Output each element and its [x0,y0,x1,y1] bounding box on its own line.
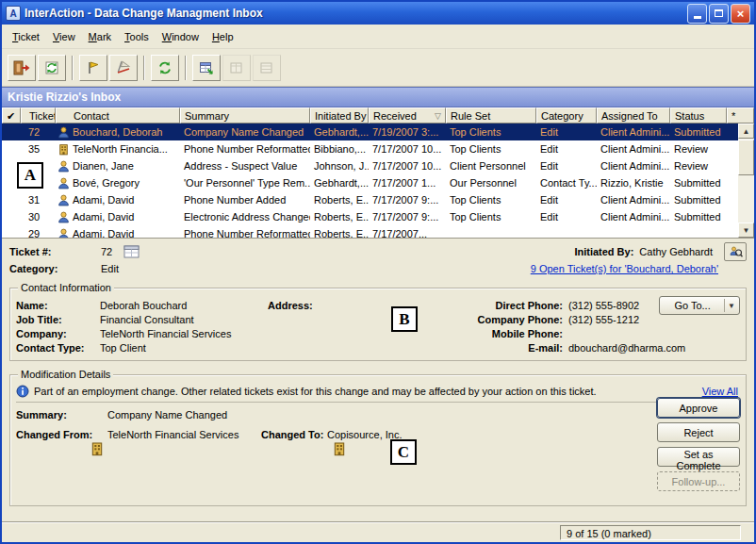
contact-icon [58,160,70,173]
cell-category: Edit [536,124,597,140]
table-row[interactable]: 29 Adami, David [2,225,754,238]
send-receive-button[interactable] [38,55,66,81]
cell-ticket: 35 [21,140,56,157]
cell-category: Edit [536,140,597,157]
cell-summary: Phone Number Reformatted [180,225,310,238]
menu-bar: Ticket View Mark Tools Window Help [2,25,754,49]
cell-assigned-to: Rizzio, Kristie [597,174,670,191]
category-value: Edit [101,263,119,274]
reject-button[interactable]: Reject [657,422,740,442]
menu-view[interactable]: View [46,28,82,45]
menu-mark[interactable]: Mark [82,28,118,45]
cell-rule-set: Top Clients [446,140,536,157]
scrollbar-thumb[interactable] [738,140,754,175]
column-header-contact[interactable]: Contact [56,107,180,124]
cell-status: Review [670,140,727,157]
summary-value: Company Name Changed [107,409,227,420]
minimize-button[interactable] [687,4,707,24]
category-label: Category: [9,263,101,274]
cell-initiated-by: Roberts, E... [310,225,369,238]
email-value: dbouchard@dharma.com [568,342,740,354]
cell-contact: TeleNorth Financia... [56,140,180,157]
table-row[interactable]: 31 Adami, David [2,191,754,208]
view-all-link[interactable]: View All [702,386,738,397]
cell-assigned-to: Client Admini... [597,191,670,208]
cell-summary: Phone Number Reformatted [180,140,310,157]
cell-category: Edit [536,191,597,208]
titlebar: A InterAction - Data Change Managment In… [2,2,754,25]
column-header-mark[interactable]: ✔ [2,107,21,124]
mark-flag-button[interactable] [79,55,107,81]
name-value: Deborah Bouchard [100,300,268,311]
scroll-up-button[interactable]: ▲ [738,124,754,139]
export-grid-button[interactable] [192,55,221,81]
initiator-lookup-button[interactable] [724,242,747,261]
inbox-title: Kristie Rizzio's Inbox [8,91,121,104]
cell-received: 7/17/2007 1... [369,174,446,191]
column-header-star[interactable]: * [727,107,754,124]
column-header-status[interactable]: Status [670,107,727,124]
close-button[interactable]: × [731,4,750,24]
cell-received: 7/17/2007 9:... [369,208,446,225]
menu-tools[interactable]: Tools [118,28,156,45]
cell-status: Submitted [670,174,727,191]
changed-from-company-icon[interactable] [90,441,105,456]
changed-to-company-icon[interactable] [332,441,347,456]
mark-flag-icon [86,60,101,75]
ticket-journal-icon[interactable] [122,244,140,259]
cell-contact: Dianen, Jane [56,157,180,174]
cell-category [536,225,597,238]
cell-received: 7/17/2007 10... [369,157,446,174]
table-row[interactable]: 30 Adami, David [2,208,754,225]
initiated-by-value: Cathy Gebhardt [639,246,713,257]
column-header-ticket[interactable]: Ticket [21,107,56,124]
sort-indicator-icon: ▽ [435,111,441,121]
menu-ticket[interactable]: Ticket [6,28,46,45]
disabled-grid-icon-2 [259,60,274,75]
table-row[interactable]: Dianen, Jane Address - Suspect Value Joh… [2,157,754,174]
company-label: Company: [16,328,100,339]
company-phone-value: (312) 555-1212 [568,314,740,325]
table-row[interactable]: 35 TeleNorth Financ [2,140,754,157]
open-ticket-icon [13,60,30,75]
cell-summary: Company Name Changed [180,124,310,140]
refresh-button[interactable] [151,55,179,81]
chevron-down-icon: ▼ [728,302,735,310]
cell-status: Submitted [670,124,727,140]
changed-to-label: Changed To: [261,429,327,440]
open-ticket-button[interactable] [8,55,36,81]
contact-icon [58,143,70,156]
toolbar [2,49,754,87]
menu-window[interactable]: Window [156,28,205,45]
contact-icon [58,177,70,190]
annotation-marker-a: A [17,162,43,189]
job-title-label: Job Title: [16,314,100,325]
column-header-category[interactable]: Category [536,107,597,124]
scroll-down-button[interactable]: ▼ [738,223,754,238]
column-header-initiated-by[interactable]: Initiated By [310,107,369,124]
vertical-scrollbar[interactable]: ▲ ▼ [738,124,754,238]
column-header-rule-set[interactable]: Rule Set [446,107,536,124]
app-icon: A [6,6,21,21]
ticket-number-label: Ticket #: [9,246,101,257]
table-row[interactable]: Bové, Gregory 'Our Personnel' Type Rem..… [2,174,754,191]
changed-from-value: TeleNorth Financial Services [107,429,261,440]
cell-category: Edit [536,208,597,225]
open-tickets-link[interactable]: 9 Open Ticket(s) for 'Bouchard, Deborah' [531,263,718,274]
info-icon [16,385,29,398]
column-header-assigned-to[interactable]: Assigned To [597,107,670,124]
cell-rule-set [446,225,536,238]
table-row[interactable]: 72 Bouchard, Debora [2,124,754,140]
column-header-summary[interactable]: Summary [180,107,310,124]
cell-initiated-by: Bibbiano,... [310,140,369,157]
go-to-button[interactable]: Go To... ▼ [659,296,740,315]
cell-assigned-to: Client Admini... [597,124,670,140]
set-as-complete-button[interactable]: Set as Complete [657,447,740,467]
maximize-button[interactable] [709,4,729,24]
approve-button[interactable]: Approve [657,398,740,418]
cell-ticket: 31 [21,191,56,208]
cell-status [670,225,727,238]
unmark-flag-button[interactable] [109,55,138,81]
menu-help[interactable]: Help [205,28,240,45]
column-header-received[interactable]: Received ▽ [369,107,446,124]
